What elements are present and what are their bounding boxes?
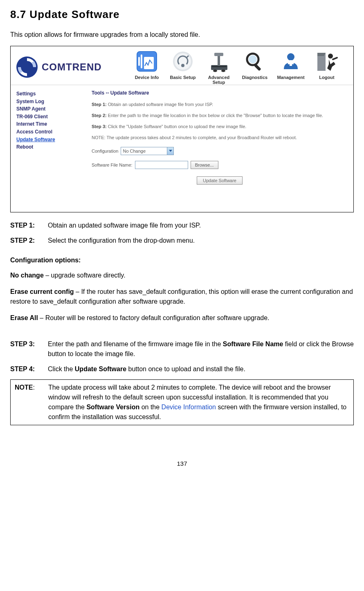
nav-diagnostics[interactable]: Diagnostics bbox=[237, 50, 272, 80]
nav-device-info-label: Device Info bbox=[135, 75, 159, 80]
step-1: STEP 1: Obtain an updated software image… bbox=[10, 221, 354, 230]
sidebar-item-internet-time[interactable]: Internet Time bbox=[16, 120, 85, 128]
step-2: STEP 2: Select the configuration from th… bbox=[10, 236, 354, 245]
svg-rect-11 bbox=[214, 53, 223, 56]
section-heading: 8.7 Update Software bbox=[10, 8, 354, 21]
nav-advanced-setup[interactable]: Advanced Setup bbox=[201, 50, 236, 85]
screenshot-ui: COMTREND Device Info bbox=[10, 46, 354, 212]
nav-management-label: Management bbox=[277, 75, 304, 80]
sidebar-item-update-software[interactable]: Update Software bbox=[16, 136, 85, 144]
content-pane: Tools -- Update Software Step 1: Obtain … bbox=[88, 85, 353, 212]
update-software-button[interactable]: Update Software bbox=[197, 176, 243, 185]
svg-point-13 bbox=[221, 70, 225, 72]
config-label: Configuration bbox=[92, 149, 118, 153]
nav-diagnostics-label: Diagnostics bbox=[242, 75, 267, 80]
step-4-label: STEP 4: bbox=[10, 364, 48, 374]
file-input[interactable] bbox=[135, 161, 188, 169]
content-title: Tools -- Update Software bbox=[92, 90, 348, 96]
svg-rect-10 bbox=[218, 54, 220, 66]
step-1-text: Obtain an updated software image file fr… bbox=[48, 221, 354, 230]
step-4: STEP 4: Click the Update Software button… bbox=[10, 364, 354, 374]
nav-basic-setup-label: Basic Setup bbox=[170, 75, 196, 80]
step-2-text: Select the configuration from the drop-d… bbox=[48, 236, 354, 245]
opt-erase-current: Erase current config – If the router has… bbox=[10, 287, 354, 307]
brand-text: COMTREND bbox=[42, 61, 102, 73]
basic-setup-icon bbox=[171, 50, 195, 73]
sidebar-item-reboot[interactable]: Reboot bbox=[16, 143, 85, 151]
nav-logout-label: Logout bbox=[319, 75, 334, 80]
update-button-row: Update Software bbox=[92, 176, 348, 185]
step-3-text: Enter the path and filename of the firmw… bbox=[48, 339, 354, 358]
sidebar-item-snmp-agent[interactable]: SNMP Agent bbox=[16, 105, 85, 113]
config-select[interactable]: No Change bbox=[121, 147, 174, 155]
sidebar-item-access-control[interactable]: Access Control bbox=[16, 128, 85, 136]
management-icon bbox=[279, 50, 303, 73]
svg-rect-19 bbox=[290, 60, 292, 66]
config-row: Configuration No Change bbox=[92, 147, 348, 155]
sidebar-item-settings[interactable]: Settings bbox=[16, 90, 85, 98]
content-step2: Step 2: Enter the path to the image file… bbox=[92, 113, 348, 119]
logout-icon bbox=[315, 50, 339, 73]
svg-rect-9 bbox=[212, 66, 227, 67]
advanced-setup-icon bbox=[207, 50, 231, 73]
page-number: 137 bbox=[10, 460, 354, 467]
nav-device-info[interactable]: Device Info bbox=[129, 50, 164, 80]
config-options-heading: Configuration options: bbox=[10, 257, 354, 264]
ui-header: COMTREND Device Info bbox=[11, 46, 353, 85]
logo-area: COMTREND bbox=[15, 55, 129, 79]
device-information-link[interactable]: Device Information bbox=[162, 404, 216, 411]
device-info-icon bbox=[135, 50, 159, 73]
file-row: Software File Name: Browse... bbox=[92, 161, 348, 169]
opt-no-change: No change – upgrade software directly. bbox=[10, 271, 354, 280]
file-label: Software File Name: bbox=[92, 162, 133, 167]
sidebar-item-tr069[interactable]: TR-069 Client bbox=[16, 113, 85, 121]
nav-bar: Device Info Basic Setup bbox=[129, 50, 344, 85]
diagnostics-icon bbox=[243, 50, 267, 73]
svg-point-15 bbox=[249, 55, 257, 63]
note-body: The update process will take about 2 min… bbox=[48, 383, 349, 422]
browse-button[interactable]: Browse... bbox=[191, 161, 218, 169]
svg-point-17 bbox=[287, 53, 294, 61]
step-3: STEP 3: Enter the path and filename of t… bbox=[10, 339, 354, 358]
note-label: NOTE: bbox=[15, 383, 48, 422]
content-note: NOTE: The update process takes about 2 m… bbox=[92, 135, 348, 141]
content-step3: Step 3: Click the "Update Software" butt… bbox=[92, 124, 348, 130]
svg-point-12 bbox=[213, 70, 217, 72]
nav-logout[interactable]: Logout bbox=[309, 50, 344, 80]
svg-point-22 bbox=[328, 54, 333, 59]
brand-swirl-icon bbox=[15, 55, 39, 79]
svg-point-7 bbox=[181, 64, 184, 67]
step-2-label: STEP 2: bbox=[10, 236, 48, 245]
chevron-down-icon bbox=[167, 147, 173, 155]
opt-erase-all: Erase All – Router will be restored to f… bbox=[10, 313, 354, 323]
sidebar: Settings System Log SNMP Agent TR-069 Cl… bbox=[11, 85, 88, 212]
config-select-value: No Change bbox=[123, 149, 146, 153]
intro-text: This option allows for firmware upgrades… bbox=[10, 31, 354, 38]
step-4-text: Click the Update Software button once to… bbox=[48, 364, 354, 374]
svg-rect-16 bbox=[254, 64, 261, 71]
nav-basic-setup[interactable]: Basic Setup bbox=[165, 50, 200, 80]
sidebar-item-system-log[interactable]: System Log bbox=[16, 98, 85, 106]
content-step1: Step 1: Obtain an updated software image… bbox=[92, 102, 348, 108]
note-box: NOTE: The update process will take about… bbox=[10, 379, 354, 425]
step-1-label: STEP 1: bbox=[10, 221, 48, 230]
nav-management[interactable]: Management bbox=[273, 50, 308, 80]
step-3-label: STEP 3: bbox=[10, 339, 48, 358]
nav-advanced-setup-label: Advanced Setup bbox=[208, 75, 230, 85]
ui-body: Settings System Log SNMP Agent TR-069 Cl… bbox=[11, 85, 353, 212]
